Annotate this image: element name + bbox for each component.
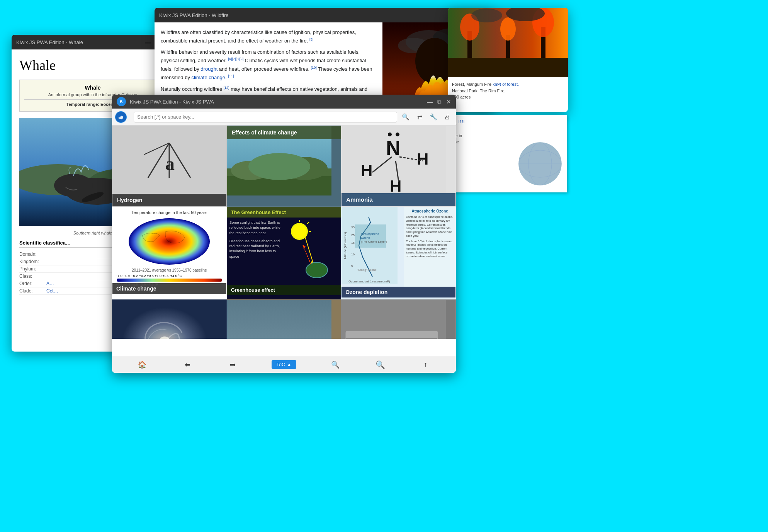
- article-grid-container[interactable]: a Hydrogen: [112, 126, 456, 339]
- ozone-title-bar: Ozone depletion: [342, 287, 455, 297]
- national-park-text: National Park, The Rim Fire,: [452, 88, 506, 93]
- wf-text7: Naturally occurring wildfires: [161, 86, 222, 92]
- svg-point-30: [396, 133, 399, 136]
- footer-top-btn[interactable]: ↑: [420, 359, 432, 371]
- svg-text:a: a: [165, 153, 175, 174]
- shuffle-icon-btn[interactable]: ⇄: [414, 112, 425, 122]
- kiwix-main-window: K Kiwix JS PWA Edition - Kiwix JS PWA — …: [112, 95, 456, 373]
- whale-window-title: Kiwix JS PWA Edition - Whale: [16, 39, 145, 45]
- gh-para1: Some sunlight that hits Earth is reflect…: [229, 220, 282, 235]
- ozone-chart: Altitude (kilometers) Stratospheric Ozon…: [342, 207, 404, 287]
- clade-value: Cet…: [46, 288, 58, 294]
- svg-text:H: H: [361, 161, 372, 180]
- ozone-chart-title: Atmospheric Ozone: [406, 209, 454, 214]
- greenhouse-title-text: The Greenhouse Effect: [231, 209, 286, 215]
- wrench-icon-btn[interactable]: 🔧: [428, 112, 439, 122]
- wildfire-window-title: Kiwix JS PWA Edition - Wildfire: [159, 12, 457, 18]
- svg-point-26: [248, 153, 310, 180]
- ozone-text-info: Atmospheric Ozone Contains 90% of atmosp…: [404, 207, 455, 287]
- kiwix-window-controls: — ⧉ ✕: [427, 99, 451, 105]
- heatmap-svg: [127, 216, 212, 267]
- search-input[interactable]: [134, 112, 397, 122]
- ammonia-card-content: N H H H: [342, 126, 455, 206]
- card-portland-cement[interactable]: CEMENT CEMENT 50 kg SGL BIG SGL BIG Port…: [341, 299, 456, 339]
- print-icon-btn[interactable]: 🖨: [442, 112, 453, 122]
- card-drought[interactable]: Drought: [227, 299, 342, 339]
- ozone-diagram-container: Altitude (kilometers) Stratospheric Ozon…: [342, 207, 455, 287]
- heatmap-visual: [127, 216, 212, 267]
- kiwix-close-btn[interactable]: ✕: [446, 99, 451, 105]
- hydrogen-title-bar: Hydrogen: [112, 194, 226, 206]
- right-refs-panel: ls. [11] se in the: [449, 115, 567, 192]
- gh-para2: Greenhouse gases absorb and redirect hea…: [229, 238, 282, 259]
- right-forest-fire-img: [448, 8, 568, 77]
- svg-point-37: [129, 218, 210, 265]
- footer-zoom-in-btn[interactable]: 🔍: [374, 359, 387, 371]
- svg-rect-66: [227, 300, 331, 339]
- svg-rect-79: [345, 338, 438, 339]
- svg-text:35: 35: [351, 226, 355, 229]
- greenhouse-effect-title: Greenhouse effect: [227, 285, 341, 295]
- card-climate-change[interactable]: Temperature change in the last 50 years: [112, 207, 227, 299]
- wildfire-para2: Wildfire behavior and severity result fr…: [161, 48, 376, 82]
- svg-text:N: N: [386, 137, 401, 159]
- ozone-chart-svg: Altitude (kilometers) Stratospheric Ozon…: [342, 207, 398, 284]
- kiwix-minimize-btn[interactable]: —: [427, 99, 433, 105]
- heatmap-gradient-bar: [117, 279, 222, 282]
- greenhouse-effect-label: Greenhouse effect: [231, 287, 275, 293]
- footer-zoom-out-btn[interactable]: 🔍: [329, 359, 342, 371]
- climate-effects-card-content: Effects of climate change: [227, 126, 341, 206]
- wf-link-climate[interactable]: climate change: [192, 75, 225, 80]
- kiwix-toolbar-logo: [115, 111, 127, 123]
- footer-back-btn[interactable]: ⬅: [181, 359, 194, 371]
- climate-effects-title-bar: Effects of climate change: [227, 126, 341, 139]
- svg-rect-51: [355, 224, 386, 248]
- kiwix-restore-btn[interactable]: ⧉: [437, 99, 442, 105]
- greenhouse-left-text: Some sunlight that hits Earth is reflect…: [229, 220, 284, 282]
- whale-infobox-name: Whale: [24, 85, 161, 91]
- wf-link-drought[interactable]: drought: [200, 66, 217, 72]
- footer-toc-btn[interactable]: ToC ▲: [272, 360, 296, 369]
- kingdom-label: Kingdom:: [19, 259, 46, 264]
- svg-rect-78: [345, 331, 438, 339]
- minimize-btn[interactable]: —: [145, 39, 151, 45]
- search-icon-btn[interactable]: 🔍: [400, 112, 411, 122]
- footer-home-btn[interactable]: 🏠: [136, 359, 148, 371]
- svg-marker-48: [302, 245, 306, 249]
- card-climate-effects[interactable]: Effects of climate change: [227, 126, 342, 207]
- portland-svg: CEMENT CEMENT 50 kg SGL BIG SGL BIG: [342, 300, 446, 339]
- whale-article-title: Whale: [19, 57, 166, 73]
- svg-text:15: 15: [351, 241, 355, 245]
- wf-ref10: [10]: [311, 66, 317, 70]
- greenhouse-content-area: Some sunlight that hits Earth is reflect…: [227, 218, 341, 285]
- svg-rect-93: [448, 58, 568, 77]
- scale-min-label: −1.0 −0.5 −0.2 +0.2 +0.5 +1.0 +2.0 +4.0 …: [116, 274, 182, 278]
- class-label: Class:: [19, 274, 46, 279]
- right-wildfire-panel: Forest, Mangum Fire km²) of forest. Nati…: [448, 8, 568, 112]
- svg-point-39: [292, 224, 306, 238]
- svg-text:"Smog" ozone: "Smog" ozone: [357, 268, 377, 272]
- svg-point-97: [500, 17, 516, 41]
- forest-link[interactable]: km²) of forest.: [493, 82, 519, 87]
- greenhouse-title-bar: The Greenhouse Effect: [227, 207, 341, 218]
- heatmap-scale-bar: −1.0 −0.5 −0.2 +0.2 +0.5 +1.0 +2.0 +4.0 …: [116, 274, 223, 278]
- svg-line-47: [303, 247, 311, 264]
- phylum-label: Phylum:: [19, 266, 46, 272]
- card-tropical-cyclone[interactable]: Tropical cyclone: [112, 299, 227, 339]
- ammonia-title-text: Ammonia: [346, 196, 372, 203]
- footer-toc-label: ToC ▲: [276, 362, 292, 367]
- climate-change-title-text: Climate change: [116, 286, 156, 292]
- drought-svg: [227, 300, 331, 339]
- right-fire-svg: [448, 8, 568, 77]
- card-greenhouse[interactable]: The Greenhouse Effect Some sunlight that…: [227, 207, 342, 299]
- whale-titlebar: Kiwix JS PWA Edition - Whale — ⧉ ✕: [12, 35, 174, 49]
- card-hydrogen[interactable]: a Hydrogen: [112, 126, 227, 207]
- svg-text:5: 5: [351, 264, 353, 268]
- svg-point-5: [54, 174, 93, 197]
- card-ozone[interactable]: Altitude (kilometers) Stratospheric Ozon…: [341, 207, 456, 299]
- greenhouse-diagram-svg: [284, 220, 330, 282]
- svg-line-43: [305, 237, 313, 262]
- card-ammonia[interactable]: N H H H: [341, 126, 456, 207]
- footer-forward-btn[interactable]: ➡: [226, 359, 239, 371]
- svg-text:10: 10: [351, 253, 355, 256]
